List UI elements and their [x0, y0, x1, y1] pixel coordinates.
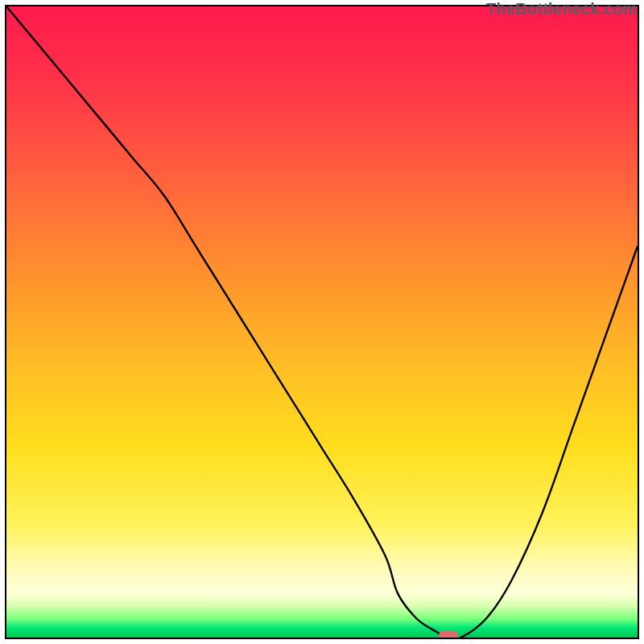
watermark-text: TheBottleneck.com [486, 0, 638, 19]
bottleneck-curve-svg [6, 6, 638, 638]
plot-area [5, 5, 639, 639]
optimal-marker [439, 631, 458, 638]
bottleneck-curve [6, 6, 638, 638]
chart-container: TheBottleneck.com [0, 0, 644, 644]
